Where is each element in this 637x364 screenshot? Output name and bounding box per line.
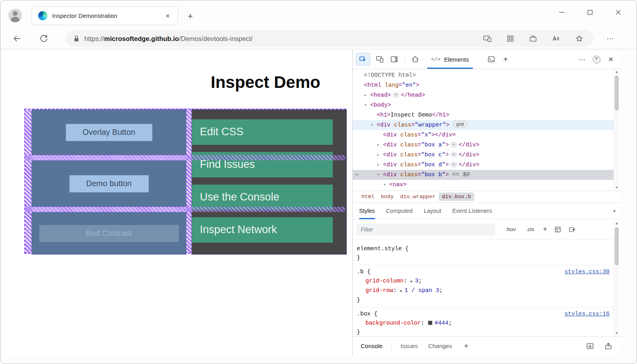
device-toolbar-icon[interactable]	[373, 53, 387, 66]
more-options-icon[interactable]: ⋯	[575, 53, 589, 66]
expand-arrow-icon[interactable]: ▸	[377, 140, 379, 150]
tab-computed[interactable]: Computed	[386, 203, 413, 219]
maximize-button[interactable]	[581, 4, 599, 20]
scroll-down-icon[interactable]: ▼	[614, 331, 619, 336]
css-property[interactable]: grid-row: ▶1 / span 3;	[357, 286, 611, 296]
dom-line[interactable]: ▾<nav>	[353, 180, 614, 190]
help-icon[interactable]: ?	[589, 53, 604, 66]
new-style-rule-button[interactable]: +	[543, 225, 547, 234]
nav-link[interactable]: Edit CSS	[192, 119, 333, 145]
css-rule[interactable]: element.style {}	[357, 242, 611, 265]
collapsed-content-icon[interactable]: ⋯	[450, 162, 457, 167]
read-aloud-icon[interactable]: A	[552, 35, 561, 43]
css-selector[interactable]: .box	[357, 309, 371, 319]
open-drawer-panel-icon[interactable]	[604, 342, 612, 350]
settings-menu-button[interactable]: ⋯	[603, 32, 617, 45]
scrollbar-thumb[interactable]	[615, 227, 619, 265]
scroll-up-icon[interactable]: ▲	[614, 221, 619, 226]
css-property[interactable]: grid-column: ▶3;	[357, 276, 611, 286]
expand-arrow-icon[interactable]: ▸	[377, 160, 379, 170]
overlay-button[interactable]: Overlay Button	[66, 124, 152, 141]
dom-line[interactable]: ▾<div class="wrapper">grid	[353, 120, 614, 130]
tab-layout[interactable]: Layout	[424, 203, 441, 219]
expand-value-icon[interactable]: ▶	[400, 289, 403, 293]
tab-close-icon[interactable]: ✕	[162, 11, 173, 21]
dock-drawer-icon[interactable]	[586, 342, 594, 350]
dom-line[interactable]: ▸<div class="box d">⋯</div>	[353, 160, 614, 170]
drawer-tab-issues[interactable]: Issues	[401, 343, 418, 349]
dom-line[interactable]: <h1>Inspect Demo</h1>	[353, 110, 614, 120]
drawer-tab-changes[interactable]: Changes	[428, 343, 452, 349]
expand-arrow-icon[interactable]: ▸	[377, 150, 379, 160]
address-bar[interactable]: https://microsoftedge.github.io/Demos/de…	[65, 30, 594, 47]
css-selector[interactable]: element.style	[357, 244, 402, 253]
apps-grid-icon[interactable]	[506, 35, 514, 43]
bad-contrast-button[interactable]: Bad Contrast	[39, 225, 179, 242]
tab-event-listeners[interactable]: Event Listeners	[452, 203, 492, 219]
nav-link[interactable]: Use the Console	[192, 185, 333, 210]
drawer-tab-console[interactable]: Console	[361, 343, 383, 349]
more-actions-icon[interactable]: ⋯	[355, 170, 358, 180]
tab-elements[interactable]: </> Elements	[425, 50, 475, 69]
dom-line[interactable]: ▸<head>⋯</head>	[353, 90, 614, 100]
dom-line[interactable]: ▸<div class="box a">⋯</div>	[353, 140, 614, 150]
collapsed-content-icon[interactable]: ⋯	[393, 92, 399, 98]
expand-arrow-icon[interactable]: ▾	[371, 120, 373, 130]
expand-arrow-icon[interactable]: ▾	[364, 100, 367, 110]
dom-line[interactable]: ▸<div class="box c">⋯</div>	[353, 150, 614, 160]
css-property[interactable]: background-color: #444;	[357, 319, 611, 328]
expand-arrow-icon[interactable]: ▾	[377, 170, 379, 180]
demo-button[interactable]: Demo button	[69, 175, 149, 193]
expand-value-icon[interactable]: ▶	[410, 279, 413, 284]
expand-arrow-icon[interactable]: ▾	[383, 180, 386, 190]
dom-line[interactable]: <div class="x"></div>	[353, 130, 614, 140]
dom-tree-scrollbar[interactable]: ▲ ▼	[614, 69, 619, 191]
breadcrumb-item[interactable]: div.wrapper	[397, 193, 439, 201]
minimize-button[interactable]	[553, 4, 571, 20]
expand-arrow-icon[interactable]: ▸	[364, 90, 367, 100]
dom-line[interactable]: ⋯▾<div class="box b"> == $0	[353, 170, 614, 180]
dom-line[interactable]: <!DOCTYPE html>	[353, 70, 614, 80]
css-selector[interactable]: .b	[357, 267, 363, 276]
dom-line[interactable]: ▾<body>	[353, 100, 614, 110]
filter-input[interactable]	[357, 224, 495, 236]
breadcrumb-item[interactable]: body	[377, 193, 397, 201]
inspect-element-icon[interactable]	[356, 53, 370, 66]
browser-tab[interactable]: Inspector Demonstration ✕	[31, 6, 178, 25]
scroll-down-icon[interactable]: ▼	[614, 185, 619, 191]
briefcase-icon[interactable]	[529, 35, 537, 43]
scroll-up-icon[interactable]: ▲	[614, 69, 619, 75]
grid-badge[interactable]: grid	[453, 121, 467, 128]
toggle-class-button[interactable]: .cls	[526, 226, 534, 232]
device-icon[interactable]	[483, 35, 492, 43]
styles-scrollbar[interactable]: ▲ ▼	[614, 221, 619, 336]
home-icon[interactable]	[408, 53, 422, 66]
scrollbar-thumb[interactable]	[615, 76, 619, 111]
css-rule[interactable]: .box {styles.css:16background-color: #44…	[357, 308, 611, 336]
breadcrumb-item[interactable]: div.box.b	[439, 193, 474, 201]
toggle-hover-state-button[interactable]: :hov	[506, 226, 516, 232]
add-drawer-tab-button[interactable]: +	[464, 342, 468, 350]
profile-avatar[interactable]	[8, 9, 22, 22]
new-tab-button[interactable]: +	[184, 10, 196, 22]
nav-link[interactable]: Inspect Network	[192, 217, 333, 243]
color-swatch[interactable]	[428, 321, 432, 325]
dom-line[interactable]: <html lang="en">	[353, 80, 614, 90]
close-window-button[interactable]	[610, 4, 627, 20]
dock-side-icon[interactable]	[387, 53, 401, 66]
collapsed-content-icon[interactable]: ⋯	[450, 152, 457, 158]
chevron-down-icon[interactable]: ▾	[613, 208, 616, 214]
add-panel-icon[interactable]: +	[498, 53, 513, 66]
favorites-star-icon[interactable]	[575, 35, 583, 43]
back-button[interactable]	[10, 32, 23, 45]
refresh-button[interactable]	[37, 32, 51, 45]
open-source-icon[interactable]	[569, 226, 576, 233]
collapsed-content-icon[interactable]: ⋯	[450, 142, 457, 148]
close-devtools-icon[interactable]: ✕	[604, 53, 618, 66]
tab-styles[interactable]: Styles	[359, 203, 375, 219]
css-rule[interactable]: .b {styles.css:30grid-column: ▶3;grid-ro…	[357, 265, 611, 308]
console-drawer-icon[interactable]	[484, 53, 498, 66]
stylesheet-link[interactable]: styles.css:30	[565, 267, 610, 276]
style-options-icon[interactable]	[554, 226, 561, 233]
breadcrumb-item[interactable]: html	[358, 193, 377, 201]
